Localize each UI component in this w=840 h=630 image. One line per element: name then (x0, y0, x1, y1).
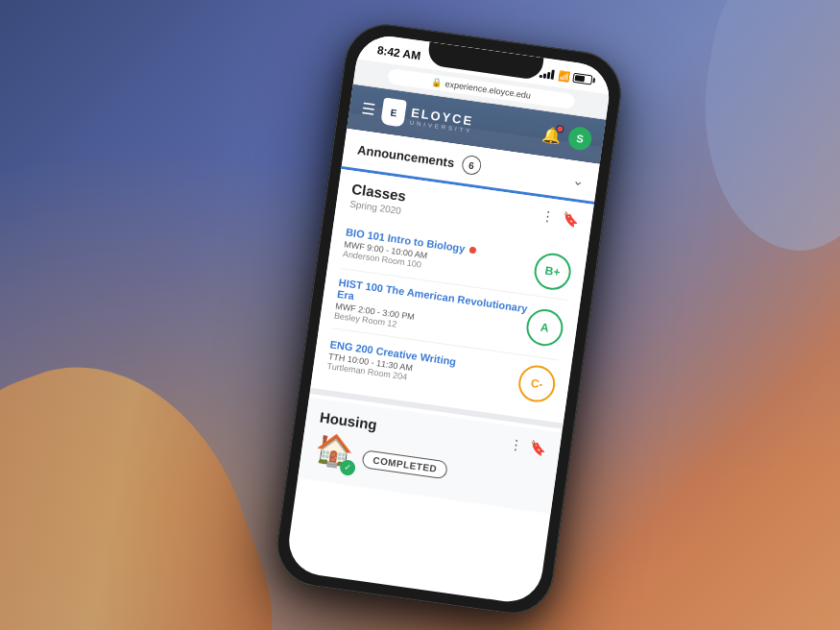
house-icon-wrap: 🏠 ✓ (312, 432, 355, 475)
announcements-label: Announcements (356, 142, 455, 170)
user-avatar-button[interactable]: S (566, 126, 592, 152)
housing-completed-badge: COMPLETED (361, 449, 448, 479)
grade-eng: C- (516, 363, 557, 404)
status-time: 8:42 AM (375, 43, 420, 62)
classes-actions: ⋮ 🔖 (540, 207, 579, 228)
hamburger-menu-icon[interactable]: ☰ (360, 99, 376, 119)
housing-check-badge: ✓ (339, 459, 356, 476)
housing-title: Housing (319, 409, 378, 433)
announcements-count-badge: 6 (460, 155, 482, 177)
class-active-dot (468, 246, 476, 254)
classes-bookmark-icon[interactable]: 🔖 (561, 210, 579, 228)
status-icons: 📶 (539, 67, 592, 85)
notification-dot (555, 124, 564, 133)
grade-hist: A (523, 307, 564, 349)
url-text: experience.eloyce.edu (444, 79, 532, 100)
housing-more-menu-icon[interactable]: ⋮ (508, 436, 523, 453)
lock-icon: 🔒 (431, 77, 443, 87)
battery-icon (572, 73, 592, 85)
housing-bookmark-icon[interactable]: 🔖 (528, 439, 546, 456)
housing-actions: ⋮ 🔖 (508, 436, 547, 456)
logo-text: ELOYCE UNIVERSITY (409, 105, 474, 133)
wifi-icon: 📶 (557, 70, 569, 83)
classes-more-menu-icon[interactable]: ⋮ (540, 207, 555, 225)
logo-shield-icon: E (380, 98, 407, 128)
classes-section: Classes ⋮ 🔖 Spring 2020 BIO 101 Intro to… (310, 169, 593, 424)
announcements-chevron-icon[interactable]: ⌄ (571, 172, 585, 189)
notifications-button[interactable]: 🔔 (540, 124, 562, 145)
grade-bio: B+ (532, 251, 573, 292)
